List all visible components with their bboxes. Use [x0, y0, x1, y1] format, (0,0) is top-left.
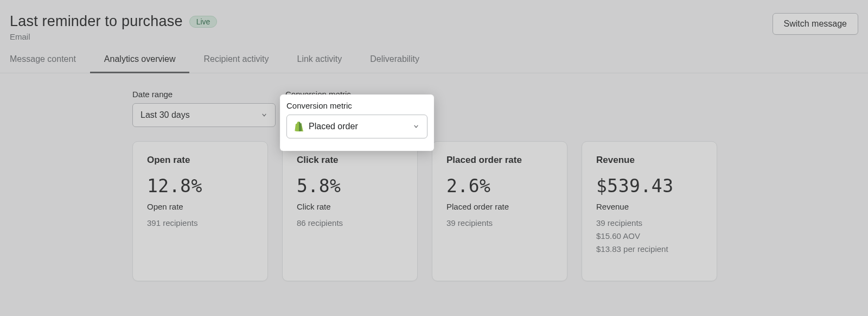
- card-value: 12.8%: [147, 175, 253, 197]
- card-title: Open rate: [147, 155, 253, 166]
- card-value: $539.43: [596, 175, 703, 197]
- date-range-select[interactable]: Last 30 days: [132, 103, 276, 127]
- controls-row: Date range Last 30 days Conversion metri…: [0, 73, 868, 127]
- shopify-icon: [295, 122, 303, 131]
- page-header: Last reminder to purchase Live Email Swi…: [0, 0, 868, 41]
- open-rate-card: Open rate 12.8% Open rate 391 recipients: [132, 141, 268, 281]
- page-subtitle: Email: [10, 32, 217, 41]
- conversion-metric-label: Conversion metric: [286, 101, 427, 110]
- conversion-metric-select[interactable]: Placed order: [286, 115, 427, 138]
- tab-deliverability[interactable]: Deliverability: [370, 54, 419, 73]
- conversion-metric-value: Placed order: [309, 122, 358, 131]
- card-subtitle: Placed order rate: [446, 202, 553, 211]
- card-subtitle: Click rate: [297, 202, 403, 211]
- card-meta: 86 recipients: [297, 217, 403, 230]
- tab-message-content[interactable]: Message content: [10, 54, 76, 73]
- card-value: 5.8%: [297, 175, 403, 197]
- chevron-down-icon: [413, 123, 419, 130]
- placed-order-rate-card: Placed order rate 2.6% Placed order rate…: [432, 141, 567, 281]
- title-block: Last reminder to purchase Live Email: [10, 13, 217, 41]
- card-title: Placed order rate: [446, 155, 553, 166]
- card-subtitle: Revenue: [596, 202, 703, 211]
- card-subtitle: Open rate: [147, 202, 253, 211]
- switch-message-button[interactable]: Switch message: [773, 13, 859, 35]
- tab-link-activity[interactable]: Link activity: [297, 54, 342, 73]
- click-rate-card: Click rate 5.8% Click rate 86 recipients: [282, 141, 418, 281]
- card-title: Revenue: [596, 155, 703, 166]
- card-meta-line: $13.83 per recipient: [596, 243, 703, 256]
- status-badge: Live: [189, 16, 218, 28]
- card-value: 2.6%: [446, 175, 553, 197]
- chevron-down-icon: [261, 112, 267, 118]
- tab-analytics-overview[interactable]: Analytics overview: [104, 54, 176, 73]
- card-meta-line: $15.60 AOV: [596, 230, 703, 243]
- card-meta: 391 recipients: [147, 217, 253, 230]
- tabs: Message content Analytics overview Recip…: [0, 41, 868, 73]
- card-title: Click rate: [297, 155, 403, 166]
- metric-cards: Open rate 12.8% Open rate 391 recipients…: [0, 127, 868, 281]
- tab-recipient-activity[interactable]: Recipient activity: [203, 54, 269, 73]
- revenue-card: Revenue $539.43 Revenue 39 recipients $1…: [582, 141, 717, 281]
- date-range-value: Last 30 days: [141, 110, 190, 120]
- date-range-label: Date range: [132, 90, 276, 99]
- card-meta: 39 recipients: [446, 217, 553, 230]
- date-range-control: Date range Last 30 days: [132, 90, 276, 127]
- page-title: Last reminder to purchase: [10, 13, 183, 30]
- card-meta: 39 recipients $15.60 AOV $13.83 per reci…: [596, 217, 703, 256]
- card-meta-line: 39 recipients: [596, 217, 703, 230]
- conversion-metric-highlight: Conversion metric Placed order: [281, 96, 433, 150]
